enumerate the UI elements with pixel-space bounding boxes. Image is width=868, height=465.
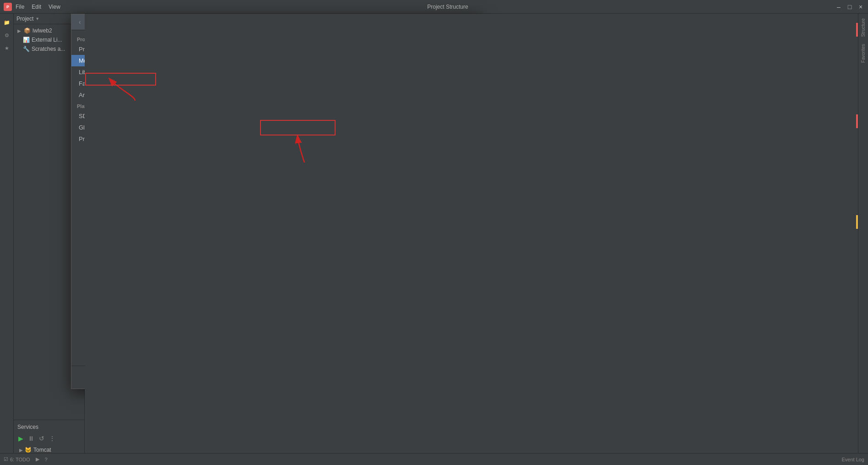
todo-icon: ☑ [4,456,8,462]
sidebar-icon-favorites[interactable]: ★ [2,43,12,53]
scratches-icon: 🔧 [23,46,30,52]
menu-bar: File Edit View [16,4,60,10]
window-controls: – □ × [835,3,864,11]
services-restart-btn[interactable]: ↺ [38,434,45,443]
right-mark-2 [856,114,858,128]
services-label: Services [17,422,81,432]
right-panel-favorites[interactable]: Favorites [860,41,867,65]
menu-file[interactable]: File [16,4,24,10]
nav-back-button[interactable]: ‹ [77,17,83,27]
sidebar-icon-structure[interactable]: ⚙ [2,30,12,40]
services-toolbar: ▶ ⏸ ↺ ⋮ [17,432,81,445]
expand-arrow: ▶ [17,28,22,33]
event-log-label: Event Log [841,457,864,462]
right-panel-structure[interactable]: Structure [860,16,867,40]
right-mark-3 [856,215,858,229]
services-run-btn[interactable]: ▶ [17,434,24,443]
tree-label: External Li... [32,37,62,43]
run-icon: ▶ [36,456,39,462]
main-layout: 📁 ⚙ ★ Project ▼ ▶ 📦 lwlweb2 📊 External L… [0,14,868,465]
status-help[interactable]: ? [45,457,48,462]
tree-label: lwlweb2 [33,27,52,34]
close-button[interactable]: × [857,3,864,11]
right-area: Structure Favorites [85,14,868,465]
minimize-button[interactable]: – [835,3,842,11]
menu-view[interactable]: View [49,4,60,10]
sidebar-icon-project[interactable]: 📁 [2,17,12,27]
services-more-btn[interactable]: ⋮ [48,434,56,443]
menu-edit[interactable]: Edit [32,4,41,10]
right-mark-1 [856,23,858,37]
library-icon: 📊 [23,37,30,43]
status-run[interactable]: ▶ [36,456,39,462]
services-stop-btn[interactable]: ⏸ [27,434,35,443]
help-icon: ? [45,457,48,462]
tomcat-label: Tomcat [33,447,51,453]
window-title: Project Structure [60,4,835,10]
status-event-log[interactable]: Event Log [841,457,864,462]
app-logo: P [4,3,12,11]
project-dropdown[interactable]: Project ▼ [16,16,39,22]
todo-label: 6: TODO [10,457,30,462]
tree-label: Scratches a... [32,46,65,52]
title-bar: P File Edit View Project Structure – □ × [0,0,868,14]
status-bar: ☑ 6: TODO ▶ ? Event Log [0,453,868,465]
maximize-button[interactable]: □ [846,3,853,11]
status-todo[interactable]: ☑ 6: TODO [4,456,30,462]
project-label: Project [16,16,33,22]
folder-icon: 📦 [24,27,31,34]
left-sidebar: 📁 ⚙ ★ [0,14,14,465]
